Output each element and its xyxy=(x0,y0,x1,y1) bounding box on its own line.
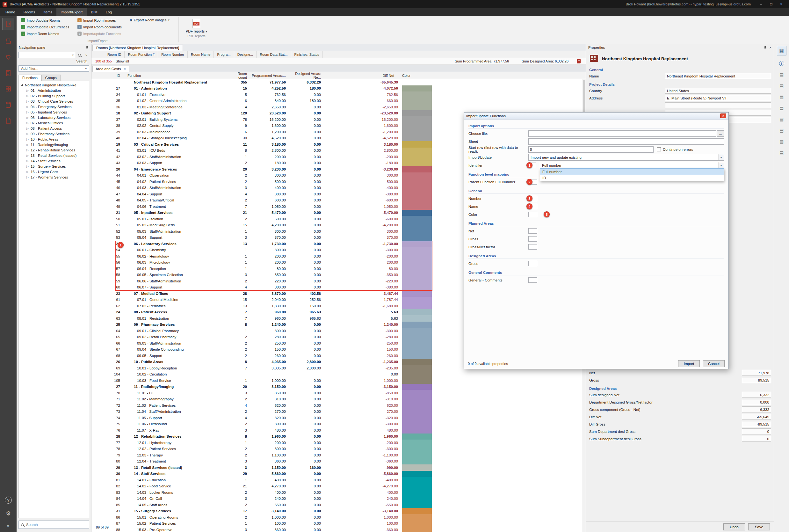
function-row[interactable]: 79 12.03 - Therapy 2 1,100.00 0.00 -1,10… xyxy=(92,452,586,458)
document-icon[interactable]: ▤ xyxy=(778,71,785,78)
function-row[interactable]: 29 13 - Retail Services (leased) 3 1,150… xyxy=(92,464,586,471)
tree-item[interactable]: ▷03 - Critical Care Services xyxy=(19,98,89,104)
designed-gross-column-input[interactable] xyxy=(528,261,537,266)
column-filter-tab[interactable]: Room Number xyxy=(158,51,188,58)
function-row[interactable]: 71 11.02 - Mammography 2 310.00 0.00 -31… xyxy=(92,396,586,403)
function-row[interactable]: 27 11 - Radiology/Imaging 20 3,150.00 0.… xyxy=(92,384,586,390)
column-header-function[interactable]: Function xyxy=(123,74,229,77)
search-icon[interactable] xyxy=(76,52,82,58)
column-filter-tab[interactable]: Room Data Stat... xyxy=(256,51,291,58)
name-field[interactable]: Northeast Kingdom Hospital Replacement xyxy=(665,73,771,79)
clear-search-icon[interactable]: × xyxy=(83,52,89,58)
function-row[interactable]: 80 12.04 - Treatment 3 360.00 0.00 -360.… xyxy=(92,458,586,465)
document-icon[interactable]: ▤ xyxy=(778,105,785,111)
designed-area-field[interactable]: -6,332 xyxy=(742,406,771,413)
column-header-id[interactable]: ID xyxy=(92,74,123,77)
document-icon[interactable]: ▤ xyxy=(778,127,785,134)
tree-item[interactable]: ▷09 - Pharmacy Services xyxy=(19,131,89,136)
function-row[interactable]: 28 12 - Rehabilitation Services 8 1,960.… xyxy=(92,434,586,440)
function-row[interactable]: 78 12.02 - Patient Services 2 300.00 0.0… xyxy=(92,446,586,452)
maximize-button[interactable]: □ xyxy=(766,2,776,6)
column-header-programmed[interactable]: Programmed Areas:... xyxy=(248,74,288,77)
function-row[interactable]: 75 11.06 - Ultrasound 2 300.00 0.00 -300… xyxy=(92,421,586,428)
column-filter-tab[interactable]: Progra... xyxy=(214,51,234,58)
column-filter-tab[interactable]: Designe... xyxy=(234,51,257,58)
cancel-button[interactable]: Cancel xyxy=(703,360,725,367)
function-row[interactable]: 35 01.02 - General Administration 6 840.… xyxy=(92,98,586,104)
tree-item[interactable]: ▷04 - Emergency Services xyxy=(19,104,89,109)
column-header-diff-net[interactable]: Diff Net xyxy=(323,74,401,77)
info-icon[interactable]: i xyxy=(779,61,784,66)
collapsed-arrow-icon[interactable]: ▷ xyxy=(26,138,29,141)
function-row[interactable]: 81 14.01 - Education 1 400.00 0.00 -400.… xyxy=(92,477,586,483)
planned-net-column-input[interactable] xyxy=(528,228,537,234)
tree-item[interactable]: ▷14 - Staff Services xyxy=(19,158,89,164)
menu-tab[interactable]: Log xyxy=(102,8,116,16)
rooms-module-tab[interactable] xyxy=(2,18,14,30)
furniture-icon[interactable] xyxy=(3,36,13,46)
function-row[interactable]: 77 12.01 - Hydrotherapy 1 200.00 0.00 -2… xyxy=(92,440,586,446)
function-row[interactable]: 70 11.01 - CT 3 850.00 0.00 -850.00 xyxy=(92,390,586,396)
menu-tab[interactable]: Home xyxy=(1,8,19,16)
column-header-room-count[interactable]: Room count xyxy=(229,72,248,79)
net-field[interactable]: 71,978 xyxy=(742,370,771,376)
import-room-names-button[interactable]: ↓Import Room Names xyxy=(19,30,71,37)
tree-item[interactable]: ▷06 - Laboratory Services xyxy=(19,115,89,120)
nav-tab[interactable]: Groups xyxy=(41,75,60,81)
choose-file-input[interactable] xyxy=(528,130,716,137)
document-icon[interactable]: ▤ xyxy=(778,138,785,145)
help-icon[interactable]: ? xyxy=(5,497,12,504)
designed-area-field[interactable]: 0 xyxy=(742,436,771,442)
heart-icon[interactable] xyxy=(3,52,13,62)
column-filter-tab[interactable]: Room ID xyxy=(104,51,124,58)
import-room-images-button[interactable]: ↓Import Room images xyxy=(76,17,123,24)
identifier-type-select[interactable]: Full number ▾ Full numberID xyxy=(540,162,724,169)
tree-item[interactable]: ▷05 - Inpatient Services xyxy=(19,109,89,115)
show-all-link[interactable]: Show all xyxy=(116,59,129,63)
collapsed-arrow-icon[interactable]: ▷ xyxy=(26,132,29,135)
address-field[interactable]: E. Main Street (Route 5) Newport VT xyxy=(665,95,771,101)
collapsed-arrow-icon[interactable]: ▷ xyxy=(26,121,29,125)
column-filter-tab[interactable]: Finishes: Status xyxy=(291,51,323,58)
import-update-occurrences-button[interactable]: ↓Import/update Occurrences xyxy=(19,24,71,30)
tree-item[interactable]: ▷01 - Administration xyxy=(19,88,89,93)
sheet-input[interactable] xyxy=(528,138,724,145)
dialog-close-button[interactable]: × xyxy=(720,113,726,118)
function-row[interactable]: 83 14.03 - Locker Rooms 2 400.00 0.00 -4… xyxy=(92,489,586,496)
tree-item[interactable]: ▷17 - Women's Services xyxy=(19,174,89,180)
import-button[interactable]: Import xyxy=(678,360,700,367)
import-update-select[interactable]: Import new and update existing▾ xyxy=(528,154,724,161)
color-column-input[interactable] xyxy=(528,212,537,217)
close-tab-icon[interactable]: × xyxy=(123,67,126,71)
menu-tab[interactable]: Items xyxy=(39,8,56,16)
save-button[interactable]: Save xyxy=(748,524,770,530)
tab-rooms[interactable]: Rooms [Northeast Kingdom Hospital Replac… xyxy=(92,45,183,51)
close-panel-icon[interactable]: × xyxy=(769,45,771,50)
collapsed-arrow-icon[interactable]: ▷ xyxy=(26,105,29,108)
collapsed-arrow-icon[interactable]: ▷ xyxy=(26,149,29,152)
tab-area-and-costs[interactable]: Area and Costs× xyxy=(92,66,129,72)
pin-icon[interactable] xyxy=(764,46,767,50)
browse-button[interactable]: ... xyxy=(717,130,724,137)
collapsed-arrow-icon[interactable]: ▷ xyxy=(26,94,29,97)
document-icon[interactable]: ▤ xyxy=(778,116,785,122)
undo-button[interactable]: Undo xyxy=(723,524,745,530)
expand-chevrons-icon[interactable]: » xyxy=(7,524,9,528)
bottom-search-input[interactable] xyxy=(26,523,87,527)
document-icon[interactable]: ▤ xyxy=(778,94,785,100)
tree-item[interactable]: ▷08 - Patient Access xyxy=(19,126,89,131)
collapsed-arrow-icon[interactable]: ▷ xyxy=(26,89,29,92)
column-filter-tab[interactable]: Room Name xyxy=(188,51,214,58)
tree-item[interactable]: ▷13 - Retail Services (leased) xyxy=(19,153,89,158)
function-row[interactable]: 104 10.02 - Circulation 0.00 xyxy=(92,371,586,378)
function-row[interactable]: 88 15.03 - Pre-Operative 3 360.00 0.00 -… xyxy=(92,527,586,532)
dropdown-option[interactable]: Full number xyxy=(540,169,724,175)
menu-tab[interactable]: Import/Export xyxy=(56,8,87,16)
pdf-reports-button[interactable]: PDF PDF reports ▾ xyxy=(182,17,211,33)
collapsed-arrow-icon[interactable]: ▷ xyxy=(26,143,29,146)
start-row-input[interactable] xyxy=(528,146,654,153)
column-header-color[interactable]: Color xyxy=(401,74,432,77)
function-row[interactable]: 36 01.03 - Meeting/Conference 4 2,650.00… xyxy=(92,104,586,110)
tree-root-item[interactable]: Northeast Kingdom Hospital-Re xyxy=(19,82,89,88)
gross-net-factor-column-input[interactable] xyxy=(528,244,537,250)
